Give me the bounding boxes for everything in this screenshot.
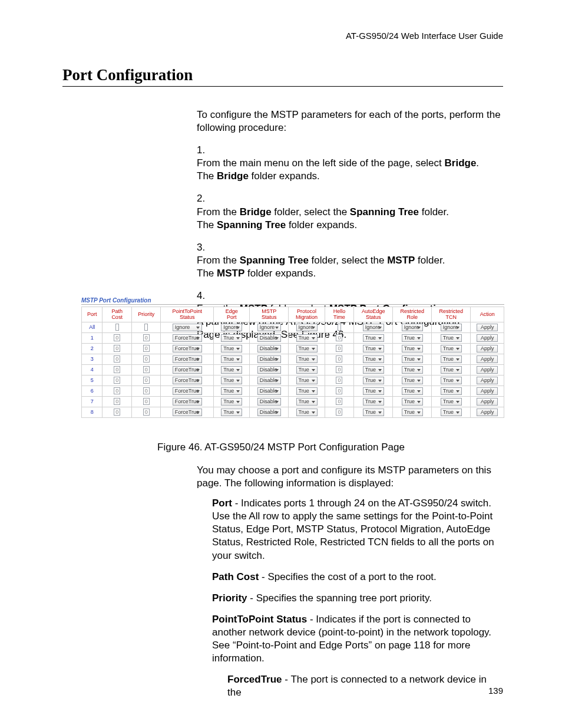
apply-button[interactable]: Apply — [477, 377, 498, 384]
select-dropdown[interactable]: True — [363, 334, 384, 342]
select-dropdown[interactable]: True — [402, 345, 423, 353]
text-input[interactable]: 0 — [143, 355, 150, 363]
text-input[interactable]: 0 — [114, 377, 120, 384]
text-input[interactable]: 0 — [114, 398, 120, 405]
apply-button[interactable]: Apply — [477, 345, 498, 353]
text-input[interactable]: 0 — [143, 398, 150, 405]
select-dropdown[interactable]: True — [363, 398, 384, 406]
select-dropdown[interactable]: True — [296, 398, 318, 406]
select-dropdown[interactable]: True — [441, 366, 462, 374]
select-dropdown[interactable]: Disable — [257, 398, 281, 406]
text-input[interactable]: 0 — [143, 345, 150, 352]
select-dropdown[interactable]: True — [363, 366, 384, 374]
select-dropdown[interactable]: Ignore — [296, 324, 318, 331]
text-input[interactable]: 0 — [336, 334, 342, 341]
select-dropdown[interactable]: Ignore — [363, 324, 384, 331]
table-row: 400ForceTrueTrueDisableTrue0TrueTrueTrue… — [82, 364, 504, 375]
text-input[interactable] — [144, 324, 148, 331]
apply-button[interactable]: Apply — [477, 398, 498, 406]
select-dropdown[interactable]: Disable — [257, 377, 281, 384]
select-dropdown[interactable]: Disable — [257, 409, 281, 416]
select-dropdown[interactable]: True — [221, 387, 242, 395]
select-dropdown[interactable]: True — [441, 334, 462, 342]
select-dropdown[interactable]: True — [296, 355, 318, 363]
text-input[interactable]: 0 — [143, 387, 150, 394]
select-dropdown[interactable]: True — [296, 334, 318, 342]
select-dropdown[interactable]: True — [441, 387, 462, 395]
select-dropdown[interactable]: Ignore — [441, 324, 462, 331]
text-input[interactable]: 0 — [336, 366, 342, 373]
select-dropdown[interactable]: Ignore — [402, 324, 423, 331]
text-input[interactable]: 0 — [114, 355, 120, 363]
select-dropdown[interactable]: ForceTrue — [173, 334, 202, 342]
select-dropdown[interactable]: ForceTrue — [173, 345, 202, 353]
select-dropdown[interactable]: True — [402, 334, 423, 342]
select-dropdown[interactable]: True — [296, 387, 318, 395]
select-dropdown[interactable]: True — [221, 398, 242, 406]
select-dropdown[interactable]: Disable — [257, 387, 281, 395]
select-dropdown[interactable]: True — [221, 334, 242, 342]
select-dropdown[interactable]: True — [221, 377, 242, 384]
select-dropdown[interactable]: True — [441, 345, 462, 353]
select-dropdown[interactable]: True — [441, 377, 462, 384]
text-input[interactable] — [115, 324, 119, 331]
text-input[interactable]: 0 — [143, 334, 150, 341]
select-dropdown[interactable]: True — [402, 398, 423, 406]
select-dropdown[interactable]: True — [221, 409, 242, 416]
select-dropdown[interactable]: True — [402, 409, 423, 416]
select-dropdown[interactable]: ForceTrue — [173, 409, 202, 416]
select-dropdown[interactable]: Disable — [257, 334, 281, 342]
select-dropdown[interactable]: True — [441, 409, 462, 416]
select-dropdown[interactable]: Disable — [257, 355, 281, 363]
select-dropdown[interactable]: True — [402, 387, 423, 395]
text-input[interactable]: 0 — [336, 345, 342, 352]
apply-button[interactable]: Apply — [477, 355, 498, 363]
text-input[interactable]: 0 — [336, 387, 342, 394]
select-dropdown[interactable]: ForceTrue — [173, 377, 202, 384]
select-dropdown[interactable]: Disable — [257, 345, 281, 353]
select-dropdown[interactable]: True — [441, 355, 462, 363]
select-dropdown[interactable]: ForceTrue — [173, 398, 202, 406]
select-dropdown[interactable]: True — [402, 377, 423, 384]
select-dropdown[interactable]: True — [363, 409, 384, 416]
text-input[interactable]: 0 — [114, 387, 120, 394]
select-dropdown[interactable]: ForceTrue — [173, 355, 202, 363]
select-dropdown[interactable]: True — [296, 366, 318, 374]
select-dropdown[interactable]: True — [402, 366, 423, 374]
select-dropdown[interactable]: True — [363, 355, 384, 363]
apply-button[interactable]: Apply — [477, 409, 498, 416]
text-input[interactable]: 0 — [336, 409, 342, 416]
select-dropdown[interactable]: True — [363, 387, 384, 395]
text-input[interactable]: 0 — [114, 345, 120, 352]
text-input[interactable]: 0 — [114, 366, 120, 373]
apply-button[interactable]: Apply — [477, 366, 498, 374]
select-dropdown[interactable]: True — [221, 345, 242, 353]
select-dropdown[interactable]: True — [221, 355, 242, 363]
select-dropdown[interactable]: True — [296, 345, 318, 353]
select-dropdown[interactable]: True — [441, 398, 462, 406]
text-input[interactable]: 0 — [336, 355, 342, 363]
select-dropdown[interactable]: ForceTrue — [173, 387, 202, 395]
select-dropdown[interactable]: True — [363, 377, 384, 384]
select-dropdown[interactable]: True — [221, 366, 242, 374]
select-dropdown[interactable]: True — [402, 355, 423, 363]
text-input[interactable]: 0 — [143, 377, 150, 384]
text-input[interactable]: 0 — [143, 366, 150, 373]
text-input[interactable]: 0 — [336, 398, 342, 405]
select-dropdown[interactable]: Ignore — [257, 324, 281, 331]
apply-button[interactable]: Apply — [477, 387, 498, 395]
text-input[interactable] — [338, 324, 341, 331]
text-input[interactable]: 0 — [114, 334, 120, 341]
apply-button[interactable]: Apply — [477, 324, 498, 331]
apply-button[interactable]: Apply — [477, 334, 498, 342]
select-dropdown[interactable]: True — [296, 409, 318, 416]
select-dropdown[interactable]: Disable — [257, 366, 281, 374]
select-dropdown[interactable]: Ignore — [173, 324, 202, 331]
text-input[interactable]: 0 — [114, 409, 120, 416]
text-input[interactable]: 0 — [336, 377, 342, 384]
select-dropdown[interactable]: Ignore — [221, 324, 242, 331]
select-dropdown[interactable]: True — [296, 377, 318, 384]
select-dropdown[interactable]: ForceTrue — [173, 366, 202, 374]
text-input[interactable]: 0 — [143, 409, 150, 416]
select-dropdown[interactable]: True — [363, 345, 384, 353]
